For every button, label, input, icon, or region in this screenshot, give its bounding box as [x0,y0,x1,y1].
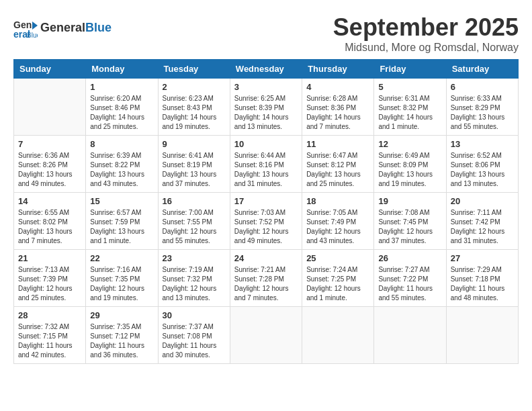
day-info: Sunrise: 7:13 AM Sunset: 7:39 PM Dayligh… [18,265,81,303]
day-info: Sunrise: 6:31 AM Sunset: 8:32 PM Dayligh… [378,94,441,132]
col-sunday: Sunday [14,60,86,79]
day-info: Sunrise: 7:03 AM Sunset: 7:52 PM Dayligh… [234,208,298,246]
day-number: 30 [163,310,226,320]
day-info: Sunrise: 6:44 AM Sunset: 8:16 PM Dayligh… [234,151,298,189]
col-wednesday: Wednesday [230,60,302,79]
day-number: 25 [306,253,369,263]
table-row: 9Sunrise: 6:41 AM Sunset: 8:19 PM Daylig… [158,136,230,193]
day-number: 12 [378,139,441,149]
day-info: Sunrise: 7:21 AM Sunset: 7:28 PM Dayligh… [234,265,298,303]
table-row: 19Sunrise: 7:08 AM Sunset: 7:45 PM Dayli… [374,193,446,250]
day-info: Sunrise: 6:55 AM Sunset: 8:02 PM Dayligh… [18,208,81,246]
day-number: 5 [378,82,441,92]
table-row [446,307,518,364]
title-area: September 2025 Midsund, More og Romsdal,… [333,13,519,54]
day-number: 13 [451,139,514,149]
table-row [302,307,374,364]
day-info: Sunrise: 6:47 AM Sunset: 8:12 PM Dayligh… [306,151,369,189]
day-info: Sunrise: 6:39 AM Sunset: 8:22 PM Dayligh… [90,151,153,189]
day-number: 23 [163,253,226,263]
day-info: Sunrise: 7:35 AM Sunset: 7:12 PM Dayligh… [90,322,153,360]
svg-text:Blue: Blue [27,32,38,39]
table-row: 5Sunrise: 6:31 AM Sunset: 8:32 PM Daylig… [374,79,446,136]
day-number: 18 [306,196,369,206]
calendar-week-row: 14Sunrise: 6:55 AM Sunset: 8:02 PM Dayli… [14,193,519,250]
table-row: 10Sunrise: 6:44 AM Sunset: 8:16 PM Dayli… [230,136,302,193]
day-number: 8 [90,139,153,149]
table-row: 28Sunrise: 7:32 AM Sunset: 7:15 PM Dayli… [14,307,86,364]
logo-text-line1: GeneralBlue [40,21,112,35]
table-row [374,307,446,364]
header: Gen eral Blue GeneralBlue September 2025… [13,13,519,54]
table-row: 4Sunrise: 6:28 AM Sunset: 8:36 PM Daylig… [302,79,374,136]
calendar-header-row: Sunday Monday Tuesday Wednesday Thursday… [14,60,519,79]
col-tuesday: Tuesday [158,60,230,79]
table-row: 8Sunrise: 6:39 AM Sunset: 8:22 PM Daylig… [86,136,158,193]
col-monday: Monday [86,60,158,79]
day-info: Sunrise: 6:28 AM Sunset: 8:36 PM Dayligh… [306,94,369,132]
table-row: 18Sunrise: 7:05 AM Sunset: 7:49 PM Dayli… [302,193,374,250]
day-number: 10 [234,139,298,149]
day-info: Sunrise: 7:08 AM Sunset: 7:45 PM Dayligh… [378,208,441,246]
calendar-week-row: 21Sunrise: 7:13 AM Sunset: 7:39 PM Dayli… [14,250,519,307]
day-number: 6 [451,82,514,92]
day-info: Sunrise: 7:11 AM Sunset: 7:42 PM Dayligh… [451,208,514,246]
col-saturday: Saturday [446,60,518,79]
day-number: 3 [234,82,298,92]
day-number: 29 [90,310,153,320]
day-info: Sunrise: 6:33 AM Sunset: 8:29 PM Dayligh… [451,94,514,132]
svg-marker-2 [32,21,38,30]
day-number: 27 [451,253,514,263]
day-number: 20 [451,196,514,206]
table-row: 14Sunrise: 6:55 AM Sunset: 8:02 PM Dayli… [14,193,86,250]
table-row: 1Sunrise: 6:20 AM Sunset: 8:46 PM Daylig… [86,79,158,136]
day-info: Sunrise: 6:57 AM Sunset: 7:59 PM Dayligh… [90,208,153,246]
table-row: 7Sunrise: 6:36 AM Sunset: 8:26 PM Daylig… [14,136,86,193]
day-number: 17 [234,196,298,206]
table-row [14,79,86,136]
day-info: Sunrise: 7:05 AM Sunset: 7:49 PM Dayligh… [306,208,369,246]
table-row: 12Sunrise: 6:49 AM Sunset: 8:09 PM Dayli… [374,136,446,193]
calendar-week-row: 28Sunrise: 7:32 AM Sunset: 7:15 PM Dayli… [14,307,519,364]
table-row: 29Sunrise: 7:35 AM Sunset: 7:12 PM Dayli… [86,307,158,364]
table-row: 27Sunrise: 7:29 AM Sunset: 7:18 PM Dayli… [446,250,518,307]
day-info: Sunrise: 6:41 AM Sunset: 8:19 PM Dayligh… [163,151,226,189]
day-info: Sunrise: 7:00 AM Sunset: 7:55 PM Dayligh… [163,208,226,246]
day-info: Sunrise: 6:20 AM Sunset: 8:46 PM Dayligh… [90,94,153,132]
table-row: 3Sunrise: 6:25 AM Sunset: 8:39 PM Daylig… [230,79,302,136]
day-number: 1 [90,82,153,92]
day-info: Sunrise: 7:24 AM Sunset: 7:25 PM Dayligh… [306,265,369,303]
day-info: Sunrise: 6:25 AM Sunset: 8:39 PM Dayligh… [234,94,298,132]
day-info: Sunrise: 7:19 AM Sunset: 7:32 PM Dayligh… [163,265,226,303]
day-info: Sunrise: 6:52 AM Sunset: 8:06 PM Dayligh… [451,151,514,189]
table-row: 6Sunrise: 6:33 AM Sunset: 8:29 PM Daylig… [446,79,518,136]
day-info: Sunrise: 7:27 AM Sunset: 7:22 PM Dayligh… [378,265,441,303]
table-row: 20Sunrise: 7:11 AM Sunset: 7:42 PM Dayli… [446,193,518,250]
day-number: 19 [378,196,441,206]
location-title: Midsund, More og Romsdal, Norway [333,42,519,54]
day-number: 14 [18,196,81,206]
day-info: Sunrise: 7:37 AM Sunset: 7:08 PM Dayligh… [163,322,226,360]
month-title: September 2025 [333,13,519,42]
table-row: 17Sunrise: 7:03 AM Sunset: 7:52 PM Dayli… [230,193,302,250]
calendar-table: Sunday Monday Tuesday Wednesday Thursday… [13,59,519,364]
day-number: 9 [163,139,226,149]
day-number: 24 [234,253,298,263]
day-number: 28 [18,310,81,320]
day-number: 2 [163,82,226,92]
table-row: 30Sunrise: 7:37 AM Sunset: 7:08 PM Dayli… [158,307,230,364]
day-number: 4 [306,82,369,92]
day-number: 16 [163,196,226,206]
calendar-week-row: 1Sunrise: 6:20 AM Sunset: 8:46 PM Daylig… [14,79,519,136]
calendar-week-row: 7Sunrise: 6:36 AM Sunset: 8:26 PM Daylig… [14,136,519,193]
day-info: Sunrise: 7:16 AM Sunset: 7:35 PM Dayligh… [90,265,153,303]
table-row [230,307,302,364]
table-row: 11Sunrise: 6:47 AM Sunset: 8:12 PM Dayli… [302,136,374,193]
day-number: 11 [306,139,369,149]
day-info: Sunrise: 6:23 AM Sunset: 8:43 PM Dayligh… [163,94,226,132]
table-row: 22Sunrise: 7:16 AM Sunset: 7:35 PM Dayli… [86,250,158,307]
table-row: 15Sunrise: 6:57 AM Sunset: 7:59 PM Dayli… [86,193,158,250]
day-number: 22 [90,253,153,263]
col-thursday: Thursday [302,60,374,79]
day-info: Sunrise: 7:29 AM Sunset: 7:18 PM Dayligh… [451,265,514,303]
